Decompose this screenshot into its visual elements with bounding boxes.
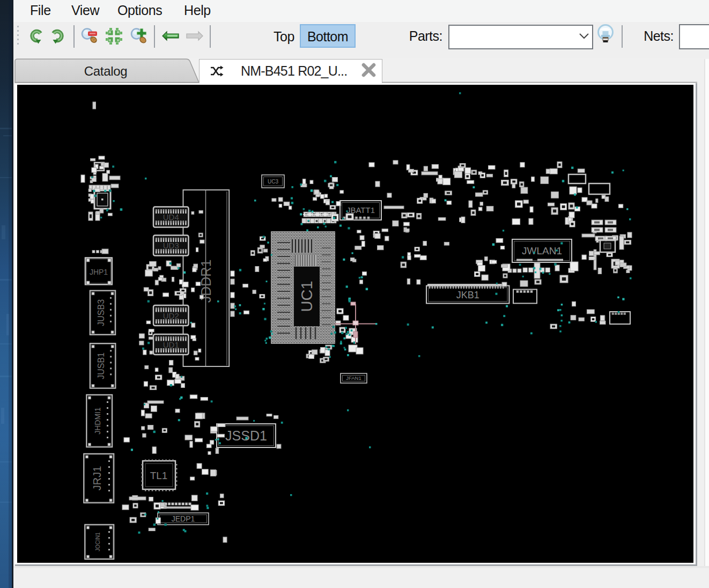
svg-text:Parts:: Parts:: [409, 28, 442, 43]
svg-text:TL1: TL1: [150, 470, 168, 481]
svg-text:JUSB3: JUSB3: [97, 299, 106, 326]
svg-text:Nets:: Nets:: [644, 28, 674, 43]
svg-text:JRJ1: JRJ1: [91, 466, 103, 491]
svg-text:JFAN1: JFAN1: [346, 375, 361, 381]
svg-text:JHP1: JHP1: [90, 268, 108, 276]
svg-text:Bottom: Bottom: [307, 29, 348, 44]
svg-text:UD2: UD2: [163, 311, 179, 320]
svg-text:JUSB1: JUSB1: [97, 352, 106, 379]
svg-text:NM-B451 R02_U...: NM-B451 R02_U...: [241, 63, 347, 78]
svg-text:Top: Top: [274, 29, 294, 44]
svg-text:JHDMI1: JHDMI1: [93, 407, 102, 435]
svg-text:UC1: UC1: [298, 281, 315, 312]
svg-text:JEDP1: JEDP1: [172, 514, 195, 523]
svg-text:UD1: UD1: [163, 340, 179, 349]
svg-text:Catalog: Catalog: [84, 64, 128, 78]
svg-text:JKB1: JKB1: [456, 290, 479, 300]
svg-text:JSSD1: JSSD1: [225, 428, 267, 443]
svg-text:UD4: UD4: [163, 212, 179, 222]
svg-text:UD3: UD3: [163, 241, 179, 250]
svg-text:JOCIN1: JOCIN1: [95, 532, 101, 552]
svg-text:UC3: UC3: [268, 179, 278, 185]
